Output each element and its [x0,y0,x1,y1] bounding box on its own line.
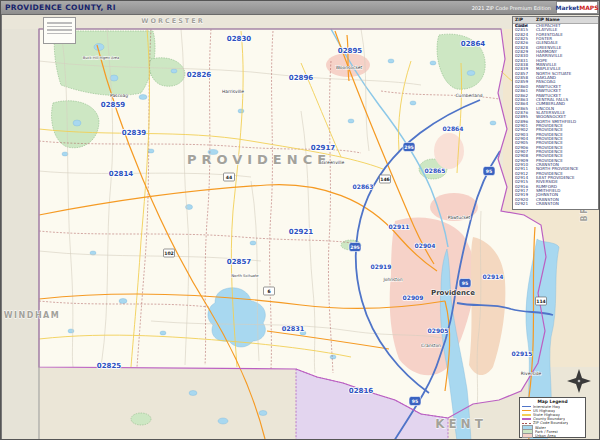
county-label: KENT [435,417,487,431]
town-label: Greenville [322,160,345,165]
brand-logo: Market MAPS [556,1,598,14]
zip-code-label: 02896 [289,74,313,82]
county-label: WORCESTER [141,17,204,25]
town-label: Buck Hill Mgmt Area [83,56,120,60]
zip-code-label: 02814 [109,170,133,178]
zip-code-label: 02825 [97,362,121,370]
county-label: PROVIDENCE [187,152,331,167]
town-label: Woonsocket [336,65,363,70]
route-shield-icon: 6 [264,287,275,295]
town-label: Pascoag [110,93,128,98]
map-page: WORCESTERPROVIDENCEWINDHAMKENTBRISTOL Bu… [0,0,600,440]
zip-code-label: 02830 [227,35,251,43]
legend-label: Urban Area [535,434,556,438]
zip-code-label: 02865 [425,167,446,174]
legend-swatch [522,410,531,411]
svg-text:102: 102 [164,251,174,256]
town-label: Providence [431,289,475,297]
interstate-shield-icon: 295 [403,143,415,152]
svg-text:295: 295 [404,145,414,150]
legend-item: Urban Area [522,434,583,438]
zip-code-label: 02917 [311,144,335,152]
town-label: Pawtucket [448,215,471,220]
interstate-shield-icon: 95 [409,397,421,406]
interstate-shield-icon: 95 [459,279,471,288]
map-legend: Map Legend Interstate HwyUS HighwayState… [519,397,586,438]
zip-code-label: 02831 [282,325,305,333]
interstate-shield-icon: 95 [483,167,495,176]
town-label: North Scituate [231,273,259,278]
zip-table-body: 02814CHEPACHET02815CLAYVILLE02824FORESTD… [513,24,598,206]
zip-code-label: 02909 [403,294,424,301]
zip-code-label: 02859 [101,101,125,109]
svg-text:95: 95 [486,169,492,174]
zip-code-table: ZIP Code ZIP Name 02814CHEPACHET02815CLA… [512,16,599,210]
zip-code-label: 02905 [428,327,449,334]
interstate-shield-icon: 295 [349,243,361,252]
logo-text-maps: MAPS [579,4,598,11]
route-shield-icon: 44 [224,173,235,181]
svg-text:146: 146 [380,177,390,182]
zip-code-label: 02863 [353,183,374,190]
svg-text:44: 44 [226,175,232,180]
zip-code-label: 02816 [349,387,373,395]
connecticut-area [1,29,39,440]
town-label: Harrisville [222,89,244,94]
svg-text:295: 295 [350,245,360,250]
zip-code-label: 02919 [371,263,392,270]
svg-text:95: 95 [462,281,468,286]
zip-code-label: 02914 [483,273,504,280]
town-label: Cumberland [456,93,483,98]
svg-text:95: 95 [412,399,418,404]
zip-code-label: 02921 [289,228,313,236]
zip-code-label: 02864 [461,40,485,48]
zip-code-label: 02904 [415,242,436,249]
zip-code-label: 02864 [443,125,464,132]
legend-swatch [522,418,531,419]
county-label: WINDHAM [4,311,60,320]
legend-items: Interstate HwyUS HighwayState HighwayCou… [522,405,583,439]
county-map: WORCESTERPROVIDENCEWINDHAMKENTBRISTOL Bu… [1,1,600,440]
svg-text:6: 6 [267,289,270,294]
zip-code-label: 02839 [122,129,146,137]
page-title: PROVIDENCE COUNTY, RI [5,3,116,12]
header-bar: PROVIDENCE COUNTY, RI 2021 ZIP Code Prem… [1,1,599,15]
town-label: Cranston [421,343,441,348]
zip-code-label: 02915 [512,350,533,357]
zip-code-label: 02911 [389,223,410,230]
zip-code-label: 02895 [338,47,362,55]
route-shield-icon: 114 [536,297,547,305]
zip-table-row: 02921CRANSTON [513,202,598,206]
town-label: Riverside [521,371,542,376]
zip-code-label: 02857 [227,258,251,266]
route-shield-icon: 146 [380,175,391,183]
legend-swatch [522,433,533,438]
edition-label: 2021 ZIP Code Premium Edition [472,5,551,11]
svg-text:114: 114 [536,299,546,304]
inset-note-box [43,17,76,44]
legend-swatch [522,423,531,424]
legend-swatch [522,414,531,415]
town-label: Johnston [382,277,402,282]
massachusetts-area [1,14,600,29]
zip-code-label: 02826 [187,71,211,79]
legend-swatch [522,406,531,407]
route-shield-icon: 102 [164,249,175,257]
logo-text-market: Market [555,4,579,11]
